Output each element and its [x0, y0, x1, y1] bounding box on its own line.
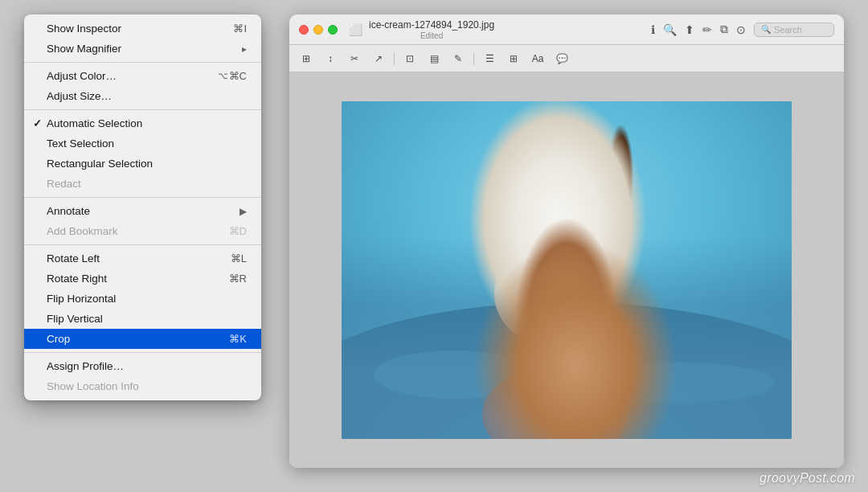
markup-icon[interactable]: ✏: [702, 23, 712, 36]
svg-point-28: [514, 190, 587, 262]
toolbar-separator: [473, 52, 474, 65]
menu-label: Annotate: [47, 205, 90, 217]
separator: [24, 352, 261, 353]
watermark: groovyPost.com: [760, 471, 855, 486]
close-button[interactable]: [299, 25, 309, 35]
menu-label: Show Location Info: [47, 380, 139, 392]
menu-label: Rotate Right: [47, 273, 107, 285]
separator: [24, 244, 261, 245]
menu-label: Add Bookmark: [47, 225, 118, 237]
menu-item-rotate-right[interactable]: Rotate Right ⌘R: [24, 269, 261, 289]
menu-item-flip-horizontal[interactable]: Flip Horizontal: [24, 289, 261, 309]
svg-line-13: [541, 326, 592, 338]
svg-line-17: [544, 302, 555, 399]
svg-point-24: [494, 242, 615, 346]
menu-item-show-location-info: Show Location Info: [24, 376, 261, 396]
menu-label: Crop: [47, 333, 70, 345]
svg-point-8: [560, 368, 605, 439]
menu-label: Text Selection: [47, 137, 114, 150]
window-content: [289, 72, 844, 468]
menu-label: Automatic Selection: [47, 117, 142, 129]
svg-line-18: [555, 301, 567, 399]
traffic-lights: [299, 25, 338, 35]
menu-item-rotate-left[interactable]: Rotate Left ⌘L: [24, 248, 261, 269]
menu-item-redact: Redact: [24, 174, 261, 194]
toolbar-btn-10[interactable]: Aa: [527, 50, 548, 68]
toolbar-btn-2[interactable]: ↕: [320, 50, 341, 68]
svg-point-37: [522, 244, 547, 264]
zoom-in-icon[interactable]: 🔍: [663, 23, 677, 36]
search-placeholder: Search: [774, 25, 802, 35]
watermark-text: groovyPost.com: [760, 471, 855, 485]
toolbar-btn-3[interactable]: ✂: [344, 50, 365, 68]
menu-label: Assign Profile…: [47, 360, 124, 372]
menu-label: Rotate Left: [47, 252, 100, 264]
search-box[interactable]: 🔍 Search: [754, 23, 834, 37]
menu-item-adjust-color[interactable]: Adjust Color… ⌥⌘C: [24, 66, 261, 86]
zoom-button[interactable]: [328, 25, 338, 35]
svg-rect-35: [580, 217, 593, 222]
separator: [24, 109, 261, 110]
toolbar-btn-4[interactable]: ↗: [368, 50, 389, 68]
svg-rect-34: [579, 209, 592, 214]
separator: [24, 62, 261, 63]
menu-label: Flip Vertical: [47, 313, 103, 325]
menu-item-show-magnifier[interactable]: Show Magnifier ▸: [24, 39, 261, 59]
menu-item-crop[interactable]: Crop ⌘K: [24, 329, 261, 349]
menu-item-adjust-size[interactable]: Adjust Size…: [24, 86, 261, 106]
svg-point-1: [342, 302, 792, 439]
menu-label: Show Inspector: [47, 23, 121, 35]
menu-shortcut: ⌥⌘C: [218, 70, 247, 82]
ice-cream-photo: [342, 101, 792, 439]
toolbar-btn-5[interactable]: ⊡: [399, 50, 420, 68]
toolbar-btn-9[interactable]: ⊞: [503, 50, 524, 68]
menu-label: Redact: [47, 178, 81, 190]
toolbar: ⊞ ↕ ✂ ↗ ⊡ ▤ ✎ ☰ ⊞ Aa 💬: [289, 45, 844, 72]
svg-rect-0: [342, 101, 792, 439]
menu-item-automatic-selection[interactable]: ✓ Automatic Selection: [24, 113, 261, 133]
svg-point-26: [502, 214, 599, 302]
window-subtitle: Edited: [420, 31, 443, 40]
menu-item-text-selection[interactable]: Text Selection: [24, 133, 261, 154]
menu-item-rectangular-selection[interactable]: Rectangular Selection: [24, 154, 261, 174]
svg-point-7: [534, 359, 583, 439]
menu-item-annotate[interactable]: Annotate ▶: [24, 201, 261, 221]
menu-shortcut: ⌘K: [229, 333, 247, 345]
menu-label: Show Magnifier: [47, 43, 121, 55]
menu-item-flip-vertical[interactable]: Flip Vertical: [24, 309, 261, 329]
profile-icon[interactable]: ⊙: [736, 23, 746, 36]
svg-point-25: [502, 226, 615, 322]
window-titlebar: ⬜ ice-cream-1274894_1920.jpg Edited ℹ 🔍 …: [289, 14, 844, 45]
toolbar-btn-1[interactable]: ⊞: [296, 50, 317, 68]
menu-item-show-inspector[interactable]: Show Inspector ⌘I: [24, 18, 261, 39]
svg-rect-32: [577, 193, 590, 198]
svg-rect-33: [578, 201, 591, 206]
menu-label: Flip Horizontal: [47, 293, 116, 305]
info-icon[interactable]: ℹ: [651, 23, 655, 36]
toolbar-btn-11[interactable]: 💬: [551, 50, 572, 68]
svg-rect-2: [342, 342, 792, 439]
svg-point-9: [585, 383, 620, 439]
share-icon[interactable]: ⬆: [685, 23, 694, 36]
svg-point-36: [522, 222, 555, 246]
duplicate-icon[interactable]: ⧉: [720, 23, 728, 36]
menu-item-add-bookmark: Add Bookmark ⌘D: [24, 221, 261, 241]
menu-label: Rectangular Selection: [47, 158, 153, 170]
toolbar-separator: [394, 52, 395, 65]
svg-marker-38: [547, 298, 559, 334]
menu-shortcut: ⌘R: [229, 273, 247, 285]
toolbar-btn-7[interactable]: ✎: [448, 50, 469, 68]
titlebar-actions: ℹ 🔍 ⬆ ✏ ⧉ ⊙ 🔍 Search: [651, 23, 834, 37]
preview-window: ⬜ ice-cream-1274894_1920.jpg Edited ℹ 🔍 …: [289, 14, 844, 468]
menu-item-assign-profile[interactable]: Assign Profile…: [24, 356, 261, 376]
toolbar-btn-6[interactable]: ▤: [424, 50, 444, 68]
separator: [24, 197, 261, 198]
toolbar-btn-8[interactable]: ☰: [479, 50, 500, 68]
search-icon: 🔍: [761, 25, 771, 34]
svg-point-27: [506, 203, 587, 281]
minimize-button[interactable]: [313, 25, 323, 35]
doc-icon: ⬜: [349, 23, 362, 36]
menu-shortcut: ⌘D: [229, 225, 247, 237]
svg-point-5: [482, 367, 627, 439]
check-indicator: ✓: [31, 117, 43, 129]
